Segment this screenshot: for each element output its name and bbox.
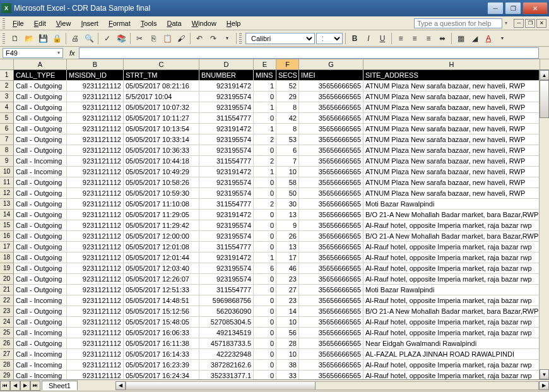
cell[interactable]: Call - Outgoing bbox=[14, 338, 67, 349]
cell[interactable]: 387282162.6 bbox=[199, 360, 254, 371]
column-header-F[interactable]: F bbox=[276, 59, 299, 69]
cell[interactable]: Al-Rauf hotel, opposite Imperia market, … bbox=[363, 360, 540, 371]
cell[interactable]: 0 bbox=[254, 317, 276, 328]
cell[interactable]: 28 bbox=[276, 338, 299, 349]
cell[interactable]: 9231121112 bbox=[67, 263, 124, 274]
cell[interactable]: ATNUM Plaza New sarafa bazaar, new havel… bbox=[363, 102, 540, 113]
research-icon[interactable]: 📚 bbox=[115, 32, 127, 45]
cell[interactable]: 13 bbox=[276, 210, 299, 220]
cell[interactable]: Al-Rauf hotel, opposite Imperia market, … bbox=[363, 317, 540, 328]
cell[interactable]: Call - Outgoing bbox=[14, 210, 67, 220]
cell[interactable]: 0 bbox=[254, 295, 276, 306]
cell[interactable]: 923195574 bbox=[199, 231, 254, 242]
cell[interactable]: 352331377.1 bbox=[199, 371, 254, 379]
cell[interactable]: 05/05/2017 16:06:33 bbox=[124, 328, 199, 338]
cell[interactable]: 923191472 bbox=[199, 81, 254, 92]
cell[interactable]: 05/05/2017 10:33:14 bbox=[124, 134, 199, 145]
spelling-icon[interactable]: ✓ bbox=[101, 32, 114, 45]
cell[interactable]: 9231121112 bbox=[67, 124, 124, 134]
cell[interactable]: 0 bbox=[254, 349, 276, 360]
cell[interactable]: 5/5/2017 10:04 bbox=[124, 92, 199, 102]
cell[interactable]: 2 bbox=[254, 134, 276, 145]
cell[interactable]: 35656666565 bbox=[299, 220, 363, 231]
titlebar[interactable]: X Microsoft Excel - CDR Data Sample fina… bbox=[0, 0, 549, 16]
cell[interactable]: Call - Incoming bbox=[14, 371, 67, 379]
cell[interactable]: Near Eidgah Gwalmandi Rawalpindi bbox=[363, 338, 540, 349]
scroll-up-button[interactable]: ▲ bbox=[540, 70, 549, 80]
row-header[interactable]: 24 bbox=[0, 317, 14, 328]
cell[interactable]: 30 bbox=[276, 199, 299, 210]
cell[interactable]: 58 bbox=[276, 177, 299, 188]
cell[interactable]: 6 bbox=[254, 263, 276, 274]
cell[interactable]: 7 bbox=[276, 156, 299, 167]
row-header[interactable]: 10 bbox=[0, 167, 14, 177]
cell[interactable]: 562036090 bbox=[199, 306, 254, 317]
open-icon[interactable]: 📂 bbox=[23, 32, 35, 45]
cell[interactable]: Al-Rauf hotel, opposite Imperia market, … bbox=[363, 274, 540, 285]
cell[interactable]: 05/05/2017 14:48:51 bbox=[124, 295, 199, 306]
cell[interactable]: Call - Outgoing bbox=[14, 242, 67, 252]
cell[interactable]: 35656666565 bbox=[299, 92, 363, 102]
cell[interactable]: 311554777 bbox=[199, 156, 254, 167]
scroll-thumb[interactable] bbox=[540, 80, 549, 118]
cell[interactable]: 35656666565 bbox=[299, 134, 363, 145]
row-header[interactable]: 6 bbox=[0, 124, 14, 134]
cell[interactable]: 05/05/2017 10:36:33 bbox=[124, 145, 199, 156]
doc-minimize-button[interactable]: ─ bbox=[514, 19, 524, 28]
redo-icon[interactable]: ↷ bbox=[207, 32, 220, 45]
cell[interactable]: 05/05/2017 08:21:16 bbox=[124, 81, 199, 92]
cell[interactable]: Call - Outgoing bbox=[14, 124, 67, 134]
cell[interactable]: Moti Bazar Rawalpindi bbox=[363, 285, 540, 295]
cell[interactable]: 311554777 bbox=[199, 285, 254, 295]
bold-icon[interactable]: B bbox=[348, 32, 361, 45]
cell[interactable]: 05/05/2017 16:11:38 bbox=[124, 338, 199, 349]
cell[interactable]: 1 bbox=[254, 252, 276, 263]
cell[interactable]: 05/05/2017 12:03:40 bbox=[124, 263, 199, 274]
align-right-icon[interactable]: ≡ bbox=[422, 32, 435, 45]
toolbar-options-icon[interactable]: ▾ bbox=[496, 32, 509, 45]
cell[interactable]: ATNUM Plaza New sarafa bazaar, new havel… bbox=[363, 156, 540, 167]
row-header[interactable]: 9 bbox=[0, 156, 14, 167]
cell[interactable]: Al-Rauf hotel, opposite Imperia market, … bbox=[363, 220, 540, 231]
cell[interactable]: 35656666565 bbox=[299, 124, 363, 134]
cell[interactable]: 10 bbox=[276, 317, 299, 328]
cell[interactable]: Call - Outgoing bbox=[14, 274, 67, 285]
minimize-button[interactable]: ─ bbox=[487, 2, 504, 15]
cell[interactable]: 05/05/2017 15:12:56 bbox=[124, 306, 199, 317]
cell[interactable]: Moti Bazar Rawalpindi bbox=[363, 199, 540, 210]
cell[interactable]: Call - Outgoing bbox=[14, 81, 67, 92]
cell[interactable]: Call - Outgoing bbox=[14, 285, 67, 295]
merge-center-icon[interactable]: ⬌ bbox=[436, 32, 449, 45]
cell[interactable]: 05/05/2017 11:10:08 bbox=[124, 199, 199, 210]
cell[interactable]: 923195574 bbox=[199, 263, 254, 274]
cell[interactable]: 0 bbox=[254, 220, 276, 231]
cell[interactable]: Al-Rauf hotel, opposite Imperia market, … bbox=[363, 371, 540, 379]
cell[interactable]: 0 bbox=[254, 242, 276, 252]
cell[interactable]: B/O 21-A New Mohallah Badar market, bara… bbox=[363, 306, 540, 317]
cell[interactable]: 923195574 bbox=[199, 220, 254, 231]
column-header-D[interactable]: D bbox=[199, 59, 254, 69]
cell[interactable]: Call - Incoming bbox=[14, 328, 67, 338]
cell[interactable]: 1 bbox=[254, 102, 276, 113]
cell[interactable]: 9231121112 bbox=[67, 102, 124, 113]
cell[interactable]: 35656666565 bbox=[299, 371, 363, 379]
column-header-G[interactable]: G bbox=[299, 59, 363, 69]
cell[interactable]: 9231121112 bbox=[67, 199, 124, 210]
row-header[interactable]: 17 bbox=[0, 242, 14, 252]
cell[interactable]: ATNUM Plaza New sarafa bazaar, new havel… bbox=[363, 81, 540, 92]
horizontal-scrollbar[interactable]: ◀ ▶ bbox=[115, 381, 549, 390]
cell[interactable]: 35656666565 bbox=[299, 199, 363, 210]
cell[interactable]: 923191472 bbox=[199, 124, 254, 134]
save-icon[interactable]: 💾 bbox=[37, 32, 49, 45]
cell[interactable]: 457183733.5 bbox=[199, 338, 254, 349]
sheet-tab[interactable]: Sheet1 bbox=[42, 381, 78, 390]
cell[interactable]: 0 bbox=[254, 210, 276, 220]
print-preview-icon[interactable]: 🔍 bbox=[83, 32, 95, 45]
cell[interactable]: 35656666565 bbox=[299, 242, 363, 252]
cell[interactable]: 35656666565 bbox=[299, 252, 363, 263]
align-center-icon[interactable]: ≡ bbox=[408, 32, 421, 45]
cell[interactable]: 9231121112 bbox=[67, 349, 124, 360]
cell[interactable]: 311554777 bbox=[199, 242, 254, 252]
cell[interactable]: 05/05/2017 16:24:34 bbox=[124, 371, 199, 379]
cell[interactable]: AL-FAZAL PLAZA JINNAH ROAD RAWALPINDI bbox=[363, 349, 540, 360]
